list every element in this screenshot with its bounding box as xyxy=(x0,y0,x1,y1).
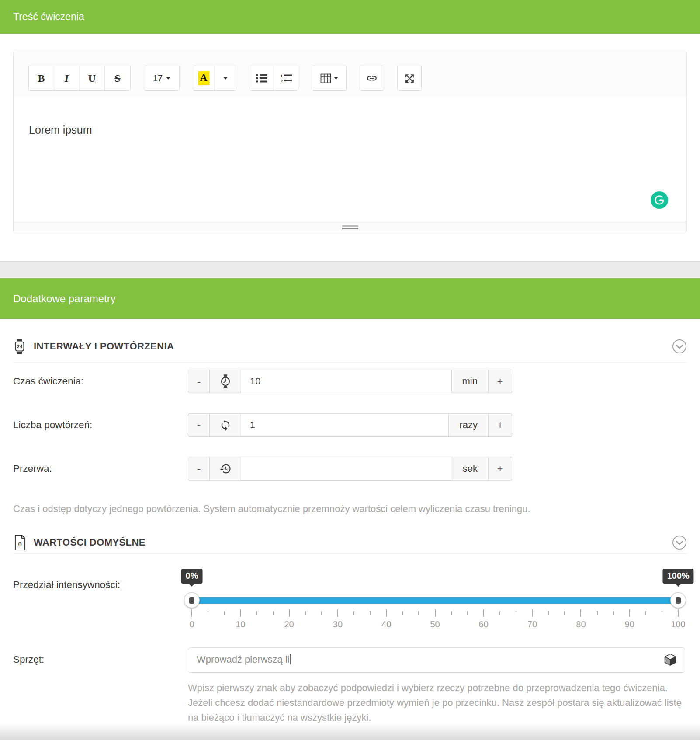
sync-icon xyxy=(210,413,241,437)
slider-tick-label: 10 xyxy=(236,619,245,629)
cube-icon xyxy=(663,653,677,667)
svg-text:2: 2 xyxy=(281,79,283,83)
equipment-label: Sprzęt: xyxy=(13,647,188,665)
insert-link-button[interactable] xyxy=(360,66,384,90)
slider-tick-major xyxy=(240,609,241,617)
slider-tick-label: 100 xyxy=(671,619,685,629)
decrement-button[interactable]: - xyxy=(188,370,210,393)
slider-tick-label: 50 xyxy=(430,619,440,629)
slider-fill xyxy=(192,597,678,604)
handle-dot xyxy=(676,597,681,604)
rich-text-editor: B I U S 17 A xyxy=(13,52,687,232)
slider-tick-major xyxy=(678,609,679,617)
slider-tick-minor xyxy=(451,611,452,615)
exercise-time-row: Czas ćwiczenia: - min + xyxy=(13,370,687,393)
defaults-collapsible-header[interactable]: {} WARTOŚCI DOMYŚLNE xyxy=(13,531,687,554)
svg-text:1: 1 xyxy=(281,74,283,78)
slider-tick-label: 20 xyxy=(284,619,294,629)
page-bottom-fade xyxy=(0,723,700,740)
history-icon xyxy=(210,457,241,481)
repetitions-label: Liczba powtórzeń: xyxy=(13,419,188,431)
slider-tick-minor xyxy=(467,611,468,615)
unordered-list-button[interactable] xyxy=(250,66,274,90)
break-input[interactable] xyxy=(241,457,452,480)
increment-button[interactable]: + xyxy=(489,370,512,393)
wristwatch-icon xyxy=(210,370,241,393)
slider-tick-minor xyxy=(402,611,403,615)
defaults-header-label: WARTOŚCI DOMYŚLNE xyxy=(34,537,146,548)
chevron-down-icon[interactable] xyxy=(672,535,687,550)
format-button-group: B I U S xyxy=(28,66,131,91)
slider-tick-minor xyxy=(597,611,598,615)
font-size-button[interactable]: 17 xyxy=(144,66,179,90)
equipment-row: Sprzęt: Wprowadź pierwszą li xyxy=(13,647,687,673)
break-row: Przerwa: - sek + xyxy=(13,457,687,481)
intensity-label: Przedział intensywności: xyxy=(13,568,188,633)
underline-button[interactable]: U xyxy=(80,66,105,90)
content-section-header: Treść ćwiczenia xyxy=(0,0,700,34)
break-field xyxy=(241,457,452,481)
exercise-time-input[interactable] xyxy=(241,370,451,393)
editor-content-area[interactable]: Lorem ipsum xyxy=(14,97,686,222)
exercise-time-stepper: - min + xyxy=(188,370,512,393)
repetitions-stepper: - razy + xyxy=(188,413,512,437)
slider-ticks xyxy=(192,609,678,618)
slider-tick-minor xyxy=(645,611,646,615)
slider-tick-label: 80 xyxy=(576,619,586,629)
ordered-list-button[interactable]: 1 2 xyxy=(274,66,298,90)
slider-tick-labels: 0102030405060708090100 xyxy=(192,619,678,631)
content-section-title: Treść ćwiczenia xyxy=(13,11,84,23)
font-color-highlight-icon: A xyxy=(198,71,210,85)
handle-dot xyxy=(189,597,194,604)
slider-tick-major xyxy=(386,609,387,617)
insert-table-button[interactable] xyxy=(312,66,346,90)
font-size-value: 17 xyxy=(153,73,163,83)
slider-tick-minor xyxy=(548,611,549,615)
caret-down-icon xyxy=(334,77,338,80)
slider-tick-minor xyxy=(353,611,354,615)
font-color-button[interactable]: A xyxy=(193,66,215,90)
params-content: 24 INTERWAŁY I POWTÓRZENIA Czas ćwiczeni… xyxy=(0,330,700,725)
bold-button[interactable]: B xyxy=(29,66,54,90)
grammarly-icon[interactable] xyxy=(651,191,668,209)
intensity-range-slider: 0% 100% 0102030405060708090100 xyxy=(192,568,678,633)
table-grid-icon xyxy=(320,73,331,83)
repetitions-unit: razy xyxy=(449,413,489,437)
increment-button[interactable]: + xyxy=(489,413,512,437)
slider-tick-major xyxy=(435,609,436,617)
italic-button[interactable]: I xyxy=(54,66,80,90)
intervals-help-text: Czas i odstęp dotyczy jednego powtórzeni… xyxy=(13,502,687,515)
chevron-down-icon[interactable] xyxy=(672,339,687,354)
intensity-row: Przedział intensywności: 0% 100% 0102030… xyxy=(13,568,687,633)
slider-tick-major xyxy=(580,609,581,617)
svg-text:{}: {} xyxy=(18,541,22,546)
decrement-button[interactable]: - xyxy=(188,413,210,437)
slider-tick-minor xyxy=(662,611,662,615)
section-divider xyxy=(0,261,700,278)
params-section-header: Dodatkowe parametry xyxy=(0,278,700,319)
fullscreen-group xyxy=(397,66,422,91)
exercise-time-unit: min xyxy=(452,370,489,393)
font-color-dropdown-button[interactable] xyxy=(215,66,236,90)
strikethrough-button[interactable]: S xyxy=(105,66,130,90)
fullscreen-button[interactable] xyxy=(398,66,421,90)
slider-tick-minor xyxy=(208,611,208,615)
slider-tick-minor xyxy=(564,611,565,615)
unordered-list-icon xyxy=(256,73,267,83)
slider-tick-major xyxy=(483,609,484,617)
slider-tick-minor xyxy=(516,611,516,615)
slider-to-handle[interactable] xyxy=(670,592,686,608)
slider-tick-minor xyxy=(418,611,419,615)
editor-resize-handle[interactable] xyxy=(14,222,686,232)
intervals-header-label: INTERWAŁY I POWTÓRZENIA xyxy=(34,341,174,352)
slider-tick-minor xyxy=(273,611,274,615)
increment-button[interactable]: + xyxy=(489,457,512,481)
decrement-button[interactable]: - xyxy=(188,457,210,481)
repetitions-field xyxy=(241,413,449,437)
intervals-collapsible-header[interactable]: 24 INTERWAŁY I POWTÓRZENIA xyxy=(13,330,687,363)
slider-from-handle[interactable] xyxy=(184,592,200,608)
fullscreen-icon xyxy=(404,73,415,84)
equipment-input[interactable] xyxy=(188,647,685,673)
repetitions-input[interactable] xyxy=(241,414,448,436)
slider-tick-major xyxy=(191,609,192,617)
